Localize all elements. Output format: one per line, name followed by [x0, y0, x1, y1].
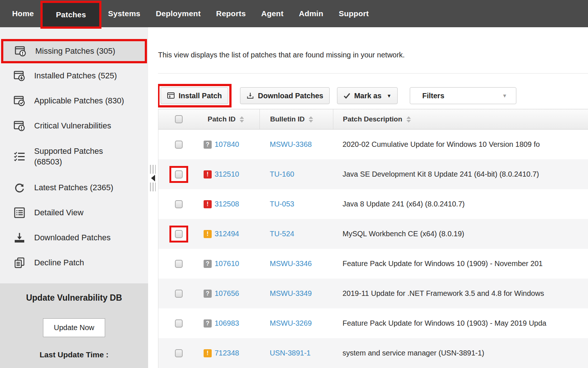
- row-bulletin-id-cell: MSWU-3368: [259, 140, 333, 149]
- sort-icon[interactable]: [240, 116, 244, 123]
- download-patches-label: Download Patches: [258, 92, 323, 100]
- view-description: This view displays the list of patches t…: [158, 51, 405, 59]
- row-checkbox-cell: [158, 200, 199, 208]
- chevron-down-icon: ▼: [387, 93, 391, 99]
- sidebar-item-critical-vulnerabilities[interactable]: Critical Vulnerabilities: [0, 113, 148, 138]
- table-row: ? 107656 MSWU-3349 2019-11 Update for .N…: [158, 279, 588, 308]
- row-checkbox-cell: [158, 319, 199, 328]
- sidebar-item-latest-patches[interactable]: Latest Patches (2365): [0, 175, 148, 200]
- checkmark-icon: [343, 92, 351, 99]
- download-icon: [13, 231, 26, 244]
- sidebar-item-detailed-view[interactable]: Detailed View: [0, 200, 148, 225]
- patch-id-link[interactable]: 312510: [215, 170, 239, 178]
- patch-description-text: Java 8 Update 241 (x64) (8.0.2410.7): [333, 200, 588, 208]
- bulletin-id-link[interactable]: TU-160: [270, 170, 294, 178]
- mark-as-button[interactable]: Mark as ▼: [337, 87, 398, 104]
- last-update-time-label: Last Update Time :: [0, 350, 148, 359]
- row-bulletin-id-cell: TU-160: [259, 170, 333, 178]
- header-bulletin-id[interactable]: Bulletin ID: [259, 109, 333, 129]
- patch-id-link[interactable]: 106983: [215, 319, 239, 328]
- bulletin-id-link[interactable]: MSWU-3349: [270, 289, 312, 297]
- sidebar-item-applicable-patches[interactable]: Applicable Patches (830): [0, 88, 148, 113]
- row-checkbox[interactable]: [175, 141, 183, 149]
- sidebar-item-label: Decline Patch: [34, 258, 84, 268]
- row-patch-id-cell: ? 107840: [199, 140, 259, 149]
- nav-item-reports[interactable]: Reports: [216, 9, 246, 18]
- severity-icon: !: [204, 170, 212, 178]
- install-patch-button[interactable]: Install Patch: [161, 87, 228, 104]
- sidebar-list: Missing Patches (305) Installed Patches …: [0, 27, 148, 275]
- sidebar-item-label: Applicable Patches (830): [34, 96, 124, 106]
- row-patch-id-cell: ! 712348: [199, 349, 259, 357]
- nav-item-patches[interactable]: Patches: [56, 10, 86, 19]
- row-checkbox[interactable]: [175, 349, 183, 357]
- main-content: This view displays the list of patches t…: [158, 27, 588, 368]
- row-checkbox[interactable]: [175, 230, 183, 238]
- download-patches-button[interactable]: Download Patches: [240, 87, 330, 104]
- list-icon: [13, 206, 26, 219]
- nav-item-admin[interactable]: Admin: [299, 9, 323, 18]
- table-body: ? 107840 MSWU-3368 2020-02 Cumulative Up…: [158, 130, 588, 368]
- row-checkbox-cell: [158, 166, 199, 183]
- nav-item-support[interactable]: Support: [339, 9, 369, 18]
- top-nav: Home Patches Systems Deployment Reports …: [0, 0, 588, 27]
- patch-id-link[interactable]: 312508: [215, 200, 239, 208]
- severity-icon: !: [204, 200, 212, 208]
- table-row: ? 107840 MSWU-3368 2020-02 Cumulative Up…: [158, 130, 588, 159]
- select-all-cell: [158, 109, 199, 129]
- patch-id-link[interactable]: 107840: [215, 140, 239, 149]
- sidebar-item-supported-patches[interactable]: Supported Patches (68503): [0, 138, 148, 175]
- bulletin-id-link[interactable]: TU-053: [270, 200, 294, 208]
- row-bulletin-id-cell: MSWU-3346: [259, 259, 333, 268]
- patch-description-text: Feature Pack Update for Windows 10 (1903…: [333, 319, 588, 328]
- nav-item-systems[interactable]: Systems: [108, 9, 140, 18]
- patch-id-link[interactable]: 107656: [215, 289, 239, 298]
- sort-icon[interactable]: [309, 116, 313, 123]
- nav-item-agent[interactable]: Agent: [261, 9, 284, 18]
- select-all-checkbox[interactable]: [175, 115, 183, 123]
- window-alert-icon: [13, 120, 26, 132]
- install-patch-label: Install Patch: [179, 92, 222, 100]
- grip-stripes: [150, 183, 156, 191]
- checkbox-highlight-box: [175, 319, 183, 328]
- header-patch-description[interactable]: Patch Description: [333, 109, 588, 129]
- bulletin-id-link[interactable]: MSWU-3346: [270, 259, 312, 268]
- bulletin-id-link[interactable]: TU-524: [270, 230, 294, 238]
- row-checkbox[interactable]: [175, 260, 183, 268]
- row-patch-id-cell: ! 312494: [199, 230, 259, 238]
- bulletin-id-link[interactable]: USN-3891-1: [270, 349, 311, 357]
- nav-item-home[interactable]: Home: [12, 9, 34, 18]
- chevron-down-icon: ▼: [502, 93, 507, 99]
- row-checkbox[interactable]: [175, 200, 183, 208]
- header-patch-description-label: Patch Description: [343, 115, 402, 123]
- header-patch-id[interactable]: Patch ID: [199, 109, 259, 129]
- row-checkbox[interactable]: [175, 290, 183, 298]
- update-now-button[interactable]: Update Now: [43, 318, 105, 337]
- sidebar-item-label: Detailed View: [34, 208, 83, 217]
- bulletin-id-link[interactable]: MSWU-3368: [270, 140, 312, 148]
- patch-id-link[interactable]: 712348: [215, 349, 239, 357]
- sidebar-item-downloaded-patches[interactable]: Downloaded Patches: [0, 225, 148, 250]
- sidebar-item-missing-patches[interactable]: Missing Patches (305): [1, 39, 147, 63]
- sidebar-item-label: Latest Patches (2365): [34, 183, 113, 192]
- patch-id-link[interactable]: 312494: [215, 230, 239, 238]
- filters-dropdown[interactable]: Filters ▼: [410, 87, 516, 104]
- patch-description-text: 2019-11 Update for .NET Framework 3.5 an…: [333, 289, 588, 298]
- patch-description-text: Feature Pack Update for Windows 10 (1909…: [333, 259, 588, 268]
- table-row: ! 312508 TU-053 Java 8 Update 241 (x64) …: [158, 189, 588, 219]
- patch-description-text: 2020-02 Cumulative Update for Windows 10…: [333, 140, 588, 149]
- sort-icon[interactable]: [406, 116, 411, 123]
- table-row: ! 312494 TU-524 MySQL Workbench CE (x64)…: [158, 219, 588, 249]
- sidebar-item-label: Missing Patches (305): [35, 46, 115, 56]
- sidebar-collapse-handle[interactable]: [149, 165, 157, 194]
- nav-item-deployment[interactable]: Deployment: [156, 9, 201, 18]
- patch-id-link[interactable]: 107610: [215, 259, 239, 268]
- row-checkbox[interactable]: [175, 319, 183, 328]
- sidebar-item-installed-patches[interactable]: Installed Patches (525): [0, 63, 148, 88]
- row-patch-id-cell: ? 107656: [199, 289, 259, 298]
- bulletin-id-link[interactable]: MSWU-3269: [270, 319, 312, 327]
- row-patch-id-cell: ? 107610: [199, 259, 259, 268]
- row-checkbox[interactable]: [175, 170, 183, 178]
- table-row: ? 106983 MSWU-3269 Feature Pack Update f…: [158, 308, 588, 338]
- sidebar-item-decline-patch[interactable]: Decline Patch: [0, 250, 148, 275]
